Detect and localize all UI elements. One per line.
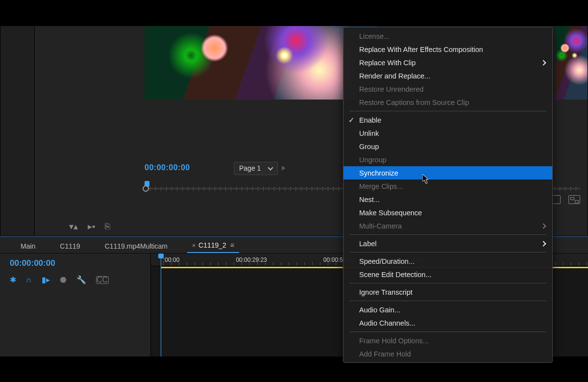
mouse-cursor-icon — [422, 174, 430, 184]
timeline-tab[interactable]: Main — [16, 239, 40, 253]
menu-item-merge-clips: Merge Clips... — [343, 179, 552, 193]
link-icon[interactable]: ▮▸ — [42, 275, 50, 284]
menu-item-group[interactable]: Group — [343, 140, 552, 153]
timeline-header: 00:00:00:00 ✱ ∩ ▮▸ ⬣ 🔧 CC — [0, 254, 151, 357]
timeline-tab[interactable]: C1119 — [55, 239, 85, 253]
tab-label: Main — [21, 242, 35, 250]
tab-close-icon[interactable]: × — [192, 242, 196, 249]
tab-label: C1119 — [60, 242, 80, 250]
menu-item-unlink[interactable]: Unlink — [343, 127, 552, 140]
menu-item-ignore-transcript[interactable]: Ignore Transcript — [343, 285, 552, 299]
menu-item-synchronize[interactable]: Synchronize — [343, 166, 552, 179]
timeline-tool-icons: ✱ ∩ ▮▸ ⬣ 🔧 CC — [10, 275, 141, 284]
ruler-label: 00:00:29:23 — [236, 256, 267, 263]
menu-item-make-subsequence[interactable]: Make Subsequence — [343, 206, 552, 219]
left-dock — [0, 26, 35, 236]
tab-label: C1119_2 — [198, 241, 226, 249]
menu-item-ungroup: Ungroup — [343, 153, 552, 166]
chevron-right-icon — [540, 60, 546, 65]
menu-item-add-frame-hold: Add Frame Hold — [343, 347, 552, 360]
menu-item-restore-unrendered: Restore Unrendered — [343, 82, 552, 96]
multicam-view-icon[interactable] — [568, 195, 580, 204]
menu-item-label[interactable]: Label — [343, 237, 552, 250]
page-controls: Page 1 — [234, 161, 286, 175]
menu-item-frame-hold-opts: Frame Hold Options... — [343, 334, 552, 347]
chevron-right-icon — [540, 241, 546, 246]
menu-item-audio-gain[interactable]: Audio Gain... — [343, 303, 552, 316]
tab-label: C1119.mp4Multicam — [105, 242, 168, 250]
menu-item-replace-ae[interactable]: Replace With After Effects Composition — [343, 43, 552, 56]
menu-item-restore-captions: Restore Captions from Source Clip — [343, 96, 552, 109]
clip-thumbnail-right — [555, 26, 588, 100]
snap-icon[interactable]: ✱ — [10, 275, 16, 284]
filter-icon[interactable]: ▾▴ — [69, 221, 78, 232]
menu-item-enable[interactable]: ✓Enable — [343, 113, 552, 127]
page-dropdown[interactable]: Page 1 — [234, 162, 278, 175]
export-icon[interactable]: ⎘ — [105, 222, 110, 232]
menu-item-license: License... — [343, 29, 552, 43]
cc-icon[interactable]: CC — [96, 276, 109, 284]
monitor-timecode[interactable]: 00:00:00:00 — [145, 163, 190, 172]
menu-item-scene-detect[interactable]: Scene Edit Detection... — [343, 268, 552, 281]
menu-item-speed-duration[interactable]: Speed/Duration... — [343, 255, 552, 268]
ruler-knob[interactable] — [143, 185, 149, 192]
chevron-down-icon — [268, 165, 273, 170]
letterbox-top — [0, 0, 588, 25]
timeline-tab-active[interactable]: ×C1119_2≡ — [187, 238, 239, 253]
timeline-playhead[interactable] — [161, 254, 161, 357]
check-icon: ✓ — [348, 116, 355, 124]
menu-item-replace-clip[interactable]: Replace With Clip — [343, 56, 552, 69]
insert-icon[interactable]: ▸▪ — [88, 221, 95, 232]
chevron-right-icon — [540, 223, 546, 229]
monitor-footer-tools: ▾▴ ▸▪ ⎘ — [69, 221, 110, 232]
timeline-tab[interactable]: C1119.mp4Multicam — [100, 239, 172, 253]
tab-menu-icon[interactable]: ≡ — [230, 241, 234, 249]
ruler-label: :00:00 — [163, 256, 179, 263]
timeline-timecode[interactable]: 00:00:00:00 — [10, 258, 141, 268]
magnet-icon[interactable]: ∩ — [26, 276, 32, 284]
menu-item-nest[interactable]: Nest... — [343, 193, 552, 206]
page-label: Page 1 — [239, 164, 261, 172]
marker-icon[interactable]: ⬣ — [60, 275, 67, 284]
menu-item-multicam: Multi-Camera — [343, 219, 552, 232]
play-next-icon[interactable] — [282, 166, 286, 171]
panel-view-icons — [549, 195, 580, 204]
menu-item-render-replace[interactable]: Render and Replace... — [343, 69, 552, 82]
context-menu: License... Replace With After Effects Co… — [343, 27, 553, 363]
wrench-icon[interactable]: 🔧 — [76, 275, 86, 284]
menu-item-audio-channels[interactable]: Audio Channels... — [343, 316, 552, 330]
